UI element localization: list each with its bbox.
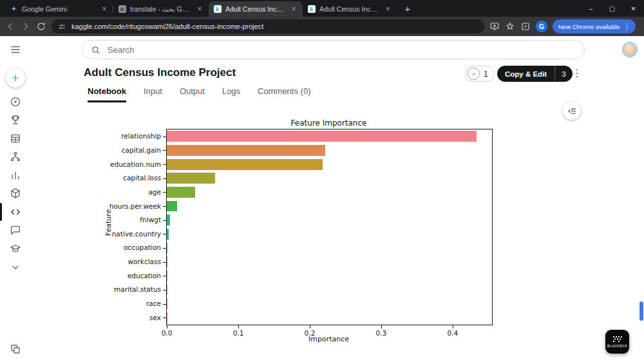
blackbox-logo-icon [613,336,622,342]
y-tick-label: occupation [124,243,161,251]
kaggle-icon: k [213,5,222,14]
search-input[interactable] [106,44,576,55]
search-bar[interactable] [82,40,585,59]
tab-comments-0[interactable]: Comments (0) [258,86,310,100]
reload-icon[interactable] [36,21,46,32]
notebook-tabs: NotebookInputOutputLogsComments (0) [88,86,310,102]
browser-titlebar: Google Gemini×Gtranslate - بحث Google×kA… [0,0,644,17]
new-tab-button[interactable]: + [401,1,415,15]
minimize-button[interactable]: – [580,0,601,17]
chart-title: Feature Importance [166,119,491,128]
install-icon[interactable] [489,21,500,32]
learn-icon[interactable] [10,243,21,254]
bar-age [167,187,195,198]
tab-input[interactable]: Input [144,86,162,100]
extensions-icon[interactable] [520,21,531,32]
bar-capital.loss [167,173,215,184]
browser-toolbar: kaggle.com/code/ritugoswami26/adult-cens… [0,17,644,36]
kaggle-sidebar [0,36,31,362]
kaggle-icon: k [307,5,316,14]
browser-tab[interactable]: kAdult Census Income Project | × [303,1,397,17]
scrollbar-thumb[interactable] [639,301,643,321]
bar-hours.per.week [167,201,177,212]
new-chrome-button[interactable]: New Chrome available ⋮ [553,19,636,33]
y-tick [163,262,167,263]
new-chrome-label: New Chrome available [558,23,620,30]
tab-notebook[interactable]: Notebook [88,86,126,102]
x-axis-label: Importance [166,335,491,343]
y-tick [163,206,167,207]
y-tick [163,234,167,234]
tab-close-icon[interactable]: × [289,5,298,14]
x-tick [167,325,167,329]
tab-logs[interactable]: Logs [222,86,240,100]
bar-occupation [167,243,167,254]
more-options-icon[interactable]: ⋮ [572,67,582,80]
copy-edit-count[interactable]: 3 [554,66,572,82]
y-tick [163,220,167,221]
blackbox-badge[interactable]: BLACKBOX [605,330,629,354]
profile-badge[interactable]: G [536,21,547,32]
y-tick [163,304,167,305]
tab-title: Adult Census Income Project [225,5,285,13]
active-item-indicator [0,203,2,221]
x-tick [381,325,382,329]
browser-tab[interactable]: Google Gemini× [5,1,113,17]
y-tick-label: workclass [128,258,161,265]
toc-toggle-button[interactable] [563,102,581,120]
create-button[interactable] [6,68,25,88]
browser-menu-kebab-icon[interactable]: ⋮ [622,22,632,31]
y-tick-label: relationship [121,132,161,140]
menu-icon[interactable] [10,44,21,55]
close-button[interactable]: ✕ [623,0,644,17]
models-icon[interactable] [10,151,21,162]
y-tick [163,164,167,165]
bookmark-icon[interactable] [505,21,515,32]
url-text: kaggle.com/code/ritugoswami26/adult-cens… [71,23,263,30]
tab-close-icon[interactable]: × [100,5,109,14]
bar-race [167,298,167,309]
y-tick [163,192,167,193]
benchmarks-icon[interactable] [10,169,21,181]
competitions-icon[interactable] [10,114,21,126]
y-tick [163,276,167,276]
toc-icon [567,106,577,116]
bottom-copy-icon[interactable] [10,343,21,355]
upvote-widget[interactable]: 1 [465,66,495,82]
code-icon[interactable] [10,206,21,218]
maximize-button[interactable]: ▢ [601,0,623,17]
packages-icon[interactable] [10,187,21,199]
y-tick [163,178,167,179]
tab-title: translate - بحث Google [130,5,191,13]
bar-marital.status [167,284,167,295]
tab-output[interactable]: Output [180,86,205,100]
forward-icon[interactable] [21,21,31,32]
upvote-button[interactable] [468,68,480,80]
y-tick-label: race [146,300,161,307]
datasets-icon[interactable] [10,133,21,144]
back-icon[interactable] [5,21,15,32]
gemini-icon [10,5,18,14]
bar-workclass [167,256,167,267]
translate-icon: G [118,5,126,14]
bar-capital.gain [167,145,325,156]
tab-close-icon[interactable]: × [195,5,204,14]
copy-edit-button[interactable]: Copy & Edit 3 [497,66,573,82]
x-tick [310,325,310,329]
home-icon[interactable] [10,96,21,108]
y-tick-label: marital.status [114,285,161,293]
user-avatar[interactable] [622,42,638,57]
bar-relationship [167,131,477,142]
address-bar[interactable]: kaggle.com/code/ritugoswami26/adult-cens… [52,19,484,33]
bar-native.country [167,229,169,240]
y-tick-label: sex [149,314,161,321]
site-info-icon[interactable] [58,23,66,31]
search-icon [91,45,100,55]
y-tick-label: age [148,188,161,196]
tab-title: Adult Census Income Project | [319,5,379,13]
discussions-icon[interactable] [10,224,21,236]
browser-tab[interactable]: kAdult Census Income Project× [209,1,303,17]
browser-tab[interactable]: Gtranslate - بحث Google× [113,1,209,17]
tab-close-icon[interactable]: × [383,5,392,14]
more-icon[interactable] [10,262,21,273]
